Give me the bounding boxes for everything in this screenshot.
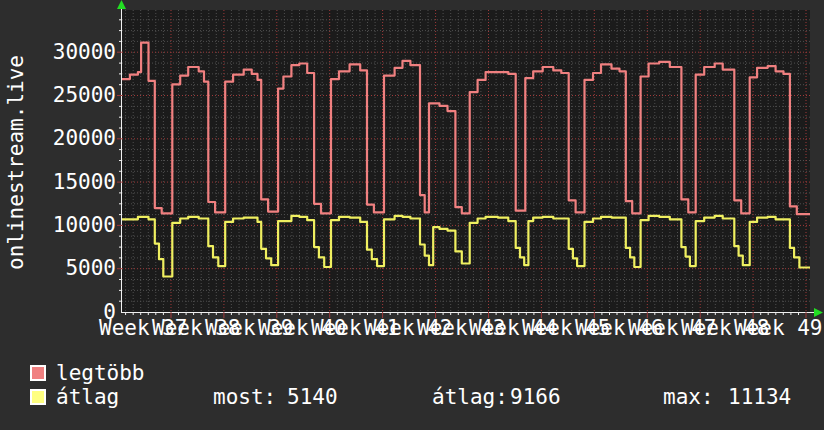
legend-swatch-atlag — [30, 389, 46, 405]
stat-max-label: max: — [663, 387, 714, 408]
y-tick-label: 15000 — [6, 172, 116, 193]
y-tick-label: 30000 — [6, 42, 116, 63]
rrd-graph: onlinestream.live 0500010000150002000025… — [0, 0, 824, 430]
y-tick-label: 10000 — [6, 215, 116, 236]
legend-label-atlag: átlag — [56, 387, 119, 408]
legend-label-legtobb: legtöbb — [56, 363, 145, 384]
stat-atlag-label: átlag: — [432, 387, 508, 408]
y-tick-label: 5000 — [6, 258, 116, 279]
stat-max-value: 11134 — [728, 387, 791, 408]
stat-most-value: 5140 — [287, 387, 338, 408]
legend-swatch-legtobb — [30, 365, 46, 381]
stat-atlag-value: 9166 — [510, 387, 561, 408]
y-tick-label: 20000 — [6, 128, 116, 149]
y-tick-label: 25000 — [6, 85, 116, 106]
stat-most-label: most: — [213, 387, 276, 408]
x-tick-label: Week 49 — [734, 318, 823, 339]
